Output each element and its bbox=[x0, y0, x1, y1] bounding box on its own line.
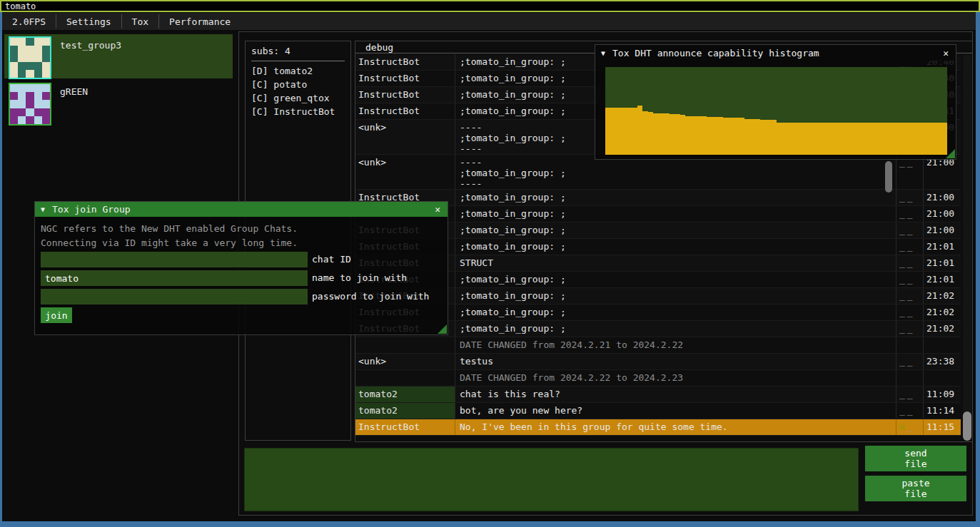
histogram-bar bbox=[675, 114, 680, 155]
histogram-bar bbox=[771, 120, 776, 155]
dht-histogram-plot bbox=[605, 67, 947, 155]
date-changed-row[interactable]: DATE CHANGED from 2024.2.21 to 2024.2.22 bbox=[355, 337, 961, 354]
group-avatar bbox=[9, 83, 51, 126]
message-time bbox=[924, 370, 961, 386]
join-group-window: ▼ Tox join Group ✕ NGC refers to the New… bbox=[34, 201, 448, 335]
histogram-bar bbox=[829, 123, 834, 155]
histogram-bar bbox=[642, 111, 647, 155]
message-text: ;tomato_in_group: ; bbox=[455, 190, 896, 205]
message-text: DATE CHANGED from 2024.2.22 to 2024.2.23 bbox=[455, 370, 896, 386]
message-row[interactable]: <unk>testus__23:38 bbox=[355, 354, 961, 370]
message-flags bbox=[896, 370, 924, 386]
message-sender: InstructBot bbox=[355, 71, 455, 86]
tab-debug[interactable]: debug bbox=[355, 41, 400, 53]
collapse-arrow-icon[interactable]: ▼ bbox=[601, 49, 605, 57]
histogram-bar bbox=[797, 123, 802, 155]
histogram-bar bbox=[936, 123, 941, 155]
subs-member[interactable]: [C] potato bbox=[246, 78, 350, 91]
join-password-input[interactable] bbox=[41, 289, 308, 305]
histogram-bar bbox=[627, 108, 632, 155]
histogram-bar bbox=[755, 119, 760, 155]
message-row[interactable]: tomato2bot, are you new here?__11:14 bbox=[355, 403, 961, 419]
group-list-item-test_group3[interactable]: test_group3 bbox=[4, 34, 233, 78]
message-flags: __ bbox=[896, 155, 924, 189]
send-file-button[interactable]: send file bbox=[865, 446, 966, 471]
message-input[interactable] bbox=[244, 448, 859, 511]
histogram-bar bbox=[653, 113, 658, 155]
chat-id-input[interactable] bbox=[41, 252, 308, 267]
message-row[interactable]: InstructBotNo, I've been in this group f… bbox=[355, 419, 961, 436]
histogram-bar bbox=[814, 123, 819, 155]
histogram-bar bbox=[878, 123, 883, 155]
close-icon[interactable]: ✕ bbox=[433, 204, 442, 215]
message-flags: __ bbox=[896, 305, 924, 320]
collapse-arrow-icon[interactable]: ▼ bbox=[41, 205, 45, 213]
message-flags: __ bbox=[896, 222, 924, 238]
histogram-bar bbox=[889, 123, 894, 155]
histogram-bar bbox=[749, 119, 754, 155]
message-time: 21:02 bbox=[924, 288, 961, 304]
menu-item-performance[interactable]: Performance bbox=[159, 13, 241, 30]
message-time bbox=[924, 337, 961, 353]
menu-items: SettingsToxPerformance bbox=[56, 13, 241, 30]
os-titlebar[interactable]: tomato bbox=[0, 0, 980, 12]
message-sender: InstructBot bbox=[355, 87, 455, 103]
histogram-bar bbox=[637, 106, 642, 155]
histogram-bar bbox=[808, 123, 813, 155]
join-button[interactable]: join bbox=[41, 307, 72, 323]
histogram-bar bbox=[792, 123, 797, 155]
message-flags: __ bbox=[896, 239, 924, 255]
histogram-bar bbox=[670, 114, 675, 155]
histogram-bar bbox=[894, 123, 899, 155]
message-text: ;tomato_in_group: ; bbox=[455, 288, 896, 304]
histogram-bar bbox=[691, 116, 696, 155]
message-flags: __ bbox=[896, 272, 924, 287]
message-sender: InstructBot bbox=[355, 54, 455, 70]
menu-item-settings[interactable]: Settings bbox=[56, 13, 121, 30]
message-time: 21:01 bbox=[924, 239, 961, 255]
message-time: 21:00 bbox=[924, 206, 961, 222]
resize-grip[interactable] bbox=[438, 324, 447, 334]
histogram-bar bbox=[707, 117, 712, 155]
message-inner-scrollbar-thumb[interactable] bbox=[885, 161, 892, 193]
group-name: test_group3 bbox=[60, 40, 121, 78]
message-sender: InstructBot bbox=[355, 103, 455, 119]
message-time: 21:00 bbox=[924, 190, 961, 205]
paste-file-button[interactable]: paste file bbox=[865, 476, 966, 501]
chat-scrollbar-track[interactable] bbox=[963, 54, 971, 441]
subs-member[interactable]: [D] tomato2 bbox=[246, 64, 350, 78]
histogram-bar bbox=[696, 116, 701, 155]
message-text: ;tomato_in_group: ; bbox=[455, 321, 896, 337]
subs-member[interactable]: [C] InstructBot bbox=[246, 105, 350, 118]
group-list-item-gREEN[interactable]: gREEN bbox=[4, 81, 233, 125]
message-flags: __ bbox=[896, 255, 924, 271]
histogram-bar bbox=[824, 123, 829, 155]
message-sender bbox=[355, 370, 455, 386]
message-flags: __ bbox=[896, 288, 924, 304]
histogram-bar bbox=[883, 123, 888, 155]
os-window-title: tomato bbox=[5, 1, 36, 11]
join-window-titlebar[interactable]: ▼ Tox join Group ✕ bbox=[35, 202, 448, 217]
histogram-bar bbox=[840, 123, 845, 155]
close-icon[interactable]: ✕ bbox=[941, 48, 950, 58]
histogram-bar bbox=[851, 123, 856, 155]
date-changed-row[interactable]: DATE CHANGED from 2024.2.22 to 2024.2.23 bbox=[355, 370, 961, 387]
menu-item-tox[interactable]: Tox bbox=[122, 13, 158, 30]
message-row[interactable]: tomato2chat is this real?__11:09 bbox=[355, 387, 961, 403]
resize-grip[interactable] bbox=[946, 149, 955, 158]
menu-bar: 2.0FPS SettingsToxPerformance bbox=[2, 13, 976, 30]
histogram-bar bbox=[819, 123, 824, 155]
join-name-input[interactable] bbox=[41, 270, 308, 286]
histogram-bar bbox=[659, 113, 664, 155]
histogram-window-titlebar[interactable]: ▼ Tox DHT announce capability histogram … bbox=[595, 45, 956, 61]
message-row[interactable]: <unk>---- ;tomato_in_group: ; ----__21:0… bbox=[355, 155, 961, 190]
chat-scrollbar-thumb[interactable] bbox=[963, 411, 971, 441]
histogram-window-title: Tox DHT announce capability histogram bbox=[612, 48, 941, 58]
histogram-bar bbox=[899, 123, 904, 155]
histogram-bar bbox=[921, 123, 926, 155]
histogram-bar bbox=[739, 118, 744, 155]
histogram-bar bbox=[702, 116, 707, 155]
group-name: gREEN bbox=[60, 86, 88, 125]
chat-id-label: chat ID bbox=[312, 254, 351, 265]
subs-member[interactable]: [C] green_qtox bbox=[246, 91, 350, 105]
